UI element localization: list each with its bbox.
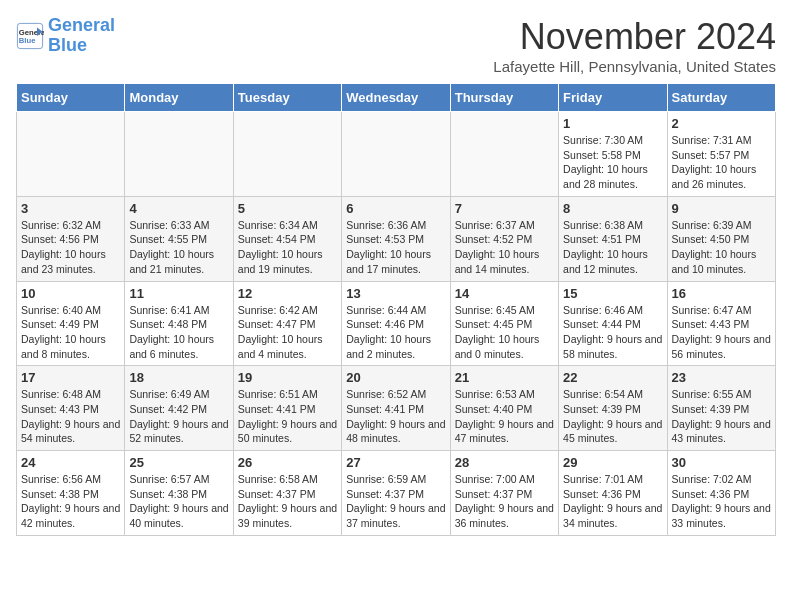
day-info: Sunrise: 6:44 AM Sunset: 4:46 PM Dayligh…: [346, 303, 445, 362]
calendar-week-2: 3Sunrise: 6:32 AM Sunset: 4:56 PM Daylig…: [17, 196, 776, 281]
day-number: 29: [563, 455, 662, 470]
day-info: Sunrise: 6:45 AM Sunset: 4:45 PM Dayligh…: [455, 303, 554, 362]
day-number: 11: [129, 286, 228, 301]
weekday-header-sunday: Sunday: [17, 84, 125, 112]
calendar-cell: 7Sunrise: 6:37 AM Sunset: 4:52 PM Daylig…: [450, 196, 558, 281]
calendar-cell: 18Sunrise: 6:49 AM Sunset: 4:42 PM Dayli…: [125, 366, 233, 451]
calendar-cell: 3Sunrise: 6:32 AM Sunset: 4:56 PM Daylig…: [17, 196, 125, 281]
day-info: Sunrise: 6:49 AM Sunset: 4:42 PM Dayligh…: [129, 387, 228, 446]
weekday-header-monday: Monday: [125, 84, 233, 112]
day-info: Sunrise: 6:58 AM Sunset: 4:37 PM Dayligh…: [238, 472, 337, 531]
day-number: 25: [129, 455, 228, 470]
calendar-cell: 13Sunrise: 6:44 AM Sunset: 4:46 PM Dayli…: [342, 281, 450, 366]
day-info: Sunrise: 6:36 AM Sunset: 4:53 PM Dayligh…: [346, 218, 445, 277]
calendar-cell: [342, 112, 450, 197]
day-number: 7: [455, 201, 554, 216]
day-number: 4: [129, 201, 228, 216]
calendar-cell: 4Sunrise: 6:33 AM Sunset: 4:55 PM Daylig…: [125, 196, 233, 281]
logo-text: GeneralBlue: [48, 16, 115, 56]
day-number: 1: [563, 116, 662, 131]
calendar-cell: 22Sunrise: 6:54 AM Sunset: 4:39 PM Dayli…: [559, 366, 667, 451]
calendar-cell: 23Sunrise: 6:55 AM Sunset: 4:39 PM Dayli…: [667, 366, 775, 451]
day-number: 24: [21, 455, 120, 470]
calendar-cell: 10Sunrise: 6:40 AM Sunset: 4:49 PM Dayli…: [17, 281, 125, 366]
month-title: November 2024: [493, 16, 776, 58]
day-info: Sunrise: 6:48 AM Sunset: 4:43 PM Dayligh…: [21, 387, 120, 446]
weekday-header-row: SundayMondayTuesdayWednesdayThursdayFrid…: [17, 84, 776, 112]
calendar-cell: 24Sunrise: 6:56 AM Sunset: 4:38 PM Dayli…: [17, 451, 125, 536]
calendar-cell: 30Sunrise: 7:02 AM Sunset: 4:36 PM Dayli…: [667, 451, 775, 536]
svg-text:Blue: Blue: [19, 36, 36, 45]
day-info: Sunrise: 6:39 AM Sunset: 4:50 PM Dayligh…: [672, 218, 771, 277]
day-number: 15: [563, 286, 662, 301]
day-info: Sunrise: 6:42 AM Sunset: 4:47 PM Dayligh…: [238, 303, 337, 362]
day-info: Sunrise: 6:46 AM Sunset: 4:44 PM Dayligh…: [563, 303, 662, 362]
calendar-cell: [125, 112, 233, 197]
day-info: Sunrise: 6:38 AM Sunset: 4:51 PM Dayligh…: [563, 218, 662, 277]
day-info: Sunrise: 7:00 AM Sunset: 4:37 PM Dayligh…: [455, 472, 554, 531]
calendar-cell: 8Sunrise: 6:38 AM Sunset: 4:51 PM Daylig…: [559, 196, 667, 281]
calendar-cell: 26Sunrise: 6:58 AM Sunset: 4:37 PM Dayli…: [233, 451, 341, 536]
weekday-header-thursday: Thursday: [450, 84, 558, 112]
day-info: Sunrise: 6:53 AM Sunset: 4:40 PM Dayligh…: [455, 387, 554, 446]
page-header: General Blue GeneralBlue November 2024 L…: [16, 16, 776, 75]
calendar-cell: 2Sunrise: 7:31 AM Sunset: 5:57 PM Daylig…: [667, 112, 775, 197]
calendar-cell: 28Sunrise: 7:00 AM Sunset: 4:37 PM Dayli…: [450, 451, 558, 536]
day-number: 12: [238, 286, 337, 301]
calendar-cell: 19Sunrise: 6:51 AM Sunset: 4:41 PM Dayli…: [233, 366, 341, 451]
day-info: Sunrise: 6:41 AM Sunset: 4:48 PM Dayligh…: [129, 303, 228, 362]
day-info: Sunrise: 7:02 AM Sunset: 4:36 PM Dayligh…: [672, 472, 771, 531]
day-number: 27: [346, 455, 445, 470]
day-number: 18: [129, 370, 228, 385]
day-number: 10: [21, 286, 120, 301]
calendar-week-3: 10Sunrise: 6:40 AM Sunset: 4:49 PM Dayli…: [17, 281, 776, 366]
calendar-cell: 20Sunrise: 6:52 AM Sunset: 4:41 PM Dayli…: [342, 366, 450, 451]
day-info: Sunrise: 6:54 AM Sunset: 4:39 PM Dayligh…: [563, 387, 662, 446]
weekday-header-friday: Friday: [559, 84, 667, 112]
calendar-week-1: 1Sunrise: 7:30 AM Sunset: 5:58 PM Daylig…: [17, 112, 776, 197]
logo-icon: General Blue: [16, 22, 44, 50]
calendar-cell: 1Sunrise: 7:30 AM Sunset: 5:58 PM Daylig…: [559, 112, 667, 197]
calendar-table: SundayMondayTuesdayWednesdayThursdayFrid…: [16, 83, 776, 536]
day-number: 6: [346, 201, 445, 216]
calendar-cell: [17, 112, 125, 197]
calendar-cell: 17Sunrise: 6:48 AM Sunset: 4:43 PM Dayli…: [17, 366, 125, 451]
day-number: 3: [21, 201, 120, 216]
day-number: 28: [455, 455, 554, 470]
day-number: 23: [672, 370, 771, 385]
day-number: 13: [346, 286, 445, 301]
title-area: November 2024 Lafayette Hill, Pennsylvan…: [493, 16, 776, 75]
day-info: Sunrise: 6:32 AM Sunset: 4:56 PM Dayligh…: [21, 218, 120, 277]
day-info: Sunrise: 7:30 AM Sunset: 5:58 PM Dayligh…: [563, 133, 662, 192]
weekday-header-saturday: Saturday: [667, 84, 775, 112]
logo: General Blue GeneralBlue: [16, 16, 115, 56]
calendar-cell: 6Sunrise: 6:36 AM Sunset: 4:53 PM Daylig…: [342, 196, 450, 281]
day-number: 16: [672, 286, 771, 301]
day-number: 17: [21, 370, 120, 385]
day-number: 2: [672, 116, 771, 131]
calendar-cell: 15Sunrise: 6:46 AM Sunset: 4:44 PM Dayli…: [559, 281, 667, 366]
day-info: Sunrise: 7:31 AM Sunset: 5:57 PM Dayligh…: [672, 133, 771, 192]
calendar-week-5: 24Sunrise: 6:56 AM Sunset: 4:38 PM Dayli…: [17, 451, 776, 536]
calendar-week-4: 17Sunrise: 6:48 AM Sunset: 4:43 PM Dayli…: [17, 366, 776, 451]
day-number: 19: [238, 370, 337, 385]
day-info: Sunrise: 6:56 AM Sunset: 4:38 PM Dayligh…: [21, 472, 120, 531]
calendar-cell: 11Sunrise: 6:41 AM Sunset: 4:48 PM Dayli…: [125, 281, 233, 366]
calendar-cell: 9Sunrise: 6:39 AM Sunset: 4:50 PM Daylig…: [667, 196, 775, 281]
day-info: Sunrise: 6:34 AM Sunset: 4:54 PM Dayligh…: [238, 218, 337, 277]
calendar-cell: 12Sunrise: 6:42 AM Sunset: 4:47 PM Dayli…: [233, 281, 341, 366]
day-info: Sunrise: 6:40 AM Sunset: 4:49 PM Dayligh…: [21, 303, 120, 362]
day-info: Sunrise: 6:47 AM Sunset: 4:43 PM Dayligh…: [672, 303, 771, 362]
calendar-cell: 5Sunrise: 6:34 AM Sunset: 4:54 PM Daylig…: [233, 196, 341, 281]
weekday-header-tuesday: Tuesday: [233, 84, 341, 112]
day-number: 5: [238, 201, 337, 216]
day-number: 21: [455, 370, 554, 385]
day-info: Sunrise: 6:55 AM Sunset: 4:39 PM Dayligh…: [672, 387, 771, 446]
weekday-header-wednesday: Wednesday: [342, 84, 450, 112]
day-number: 20: [346, 370, 445, 385]
calendar-cell: [233, 112, 341, 197]
day-number: 14: [455, 286, 554, 301]
day-number: 9: [672, 201, 771, 216]
day-info: Sunrise: 6:59 AM Sunset: 4:37 PM Dayligh…: [346, 472, 445, 531]
calendar-cell: 14Sunrise: 6:45 AM Sunset: 4:45 PM Dayli…: [450, 281, 558, 366]
